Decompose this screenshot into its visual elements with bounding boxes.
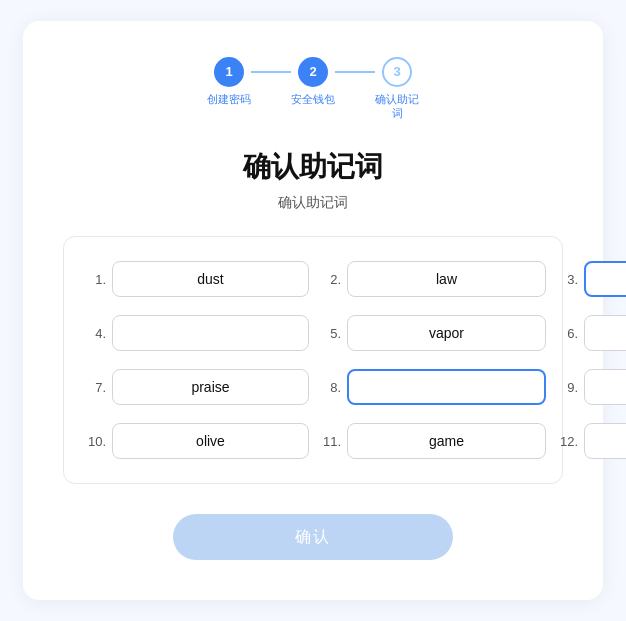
page-title: 确认助记词 [63,148,563,186]
step-3-circle: 3 [382,57,412,87]
word-input-10[interactable] [112,423,309,459]
word-number-8: 8. [319,380,341,395]
word-input-1[interactable] [112,261,309,297]
step-connector-1 [251,71,291,73]
step-1-label: 创建密码 [207,92,251,107]
word-input-2[interactable] [347,261,546,297]
word-input-8[interactable] [347,369,546,405]
word-number-12: 12. [556,434,578,449]
word-number-4: 4. [84,326,106,341]
step-3-label: 确认助记词 [375,92,419,121]
word-number-1: 1. [84,272,106,287]
step-3: 3 确认助记词 [375,57,419,121]
word-input-12[interactable] [584,423,626,459]
word-number-6: 6. [556,326,578,341]
word-number-7: 7. [84,380,106,395]
step-1-circle: 1 [214,57,244,87]
step-2-label: 安全钱包 [291,92,335,107]
word-input-9[interactable] [584,369,626,405]
word-input-11[interactable] [347,423,546,459]
word-number-9: 9. [556,380,578,395]
word-item-4: 4. [84,315,309,351]
word-number-2: 2. [319,272,341,287]
word-input-6[interactable] [584,315,626,351]
word-input-7[interactable] [112,369,309,405]
confirm-button[interactable]: 确认 [173,514,453,560]
word-input-5[interactable] [347,315,546,351]
main-container: 1 创建密码 2 安全钱包 3 确认助记词 确认助记词 确认助记词 1.2.3.… [23,21,603,601]
word-item-12: 12. [556,423,626,459]
page-subtitle: 确认助记词 [63,194,563,212]
step-2: 2 安全钱包 [291,57,335,107]
step-1: 1 创建密码 [207,57,251,107]
word-item-10: 10. [84,423,309,459]
word-item-1: 1. [84,261,309,297]
word-item-2: 2. [319,261,546,297]
word-item-11: 11. [319,423,546,459]
word-number-5: 5. [319,326,341,341]
word-item-7: 7. [84,369,309,405]
word-input-3[interactable] [584,261,626,297]
word-grid: 1.2.3.4.5.6.7.8.9.10.11.12. [63,236,563,484]
stepper: 1 创建密码 2 安全钱包 3 确认助记词 [63,57,563,121]
word-item-6: 6. [556,315,626,351]
word-item-5: 5. [319,315,546,351]
word-number-10: 10. [84,434,106,449]
word-item-8: 8. [319,369,546,405]
word-number-11: 11. [319,434,341,449]
word-item-3: 3. [556,261,626,297]
word-input-4[interactable] [112,315,309,351]
step-2-circle: 2 [298,57,328,87]
step-connector-2 [335,71,375,73]
word-number-3: 3. [556,272,578,287]
word-item-9: 9. [556,369,626,405]
